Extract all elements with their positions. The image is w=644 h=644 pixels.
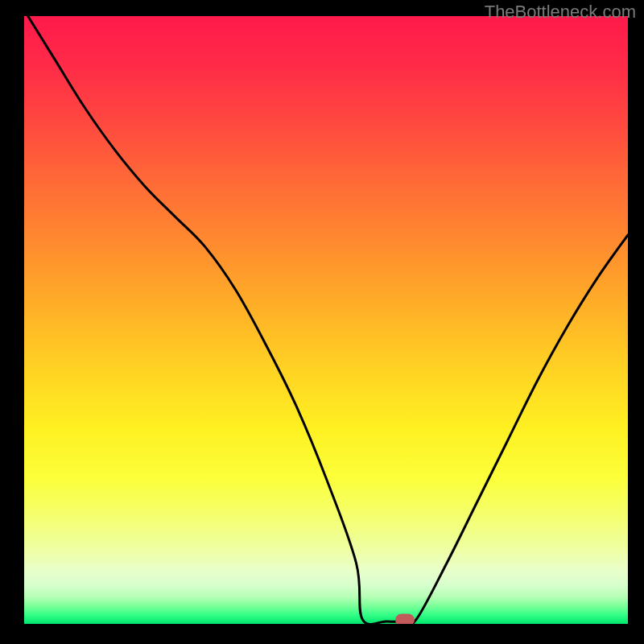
watermark-text: TheBottleneck.com <box>485 2 636 23</box>
plot-area <box>24 16 628 624</box>
chart-frame: TheBottleneck.com <box>0 0 644 644</box>
minimum-marker <box>395 614 415 625</box>
curve-svg <box>24 16 628 624</box>
bottleneck-curve <box>24 16 628 624</box>
